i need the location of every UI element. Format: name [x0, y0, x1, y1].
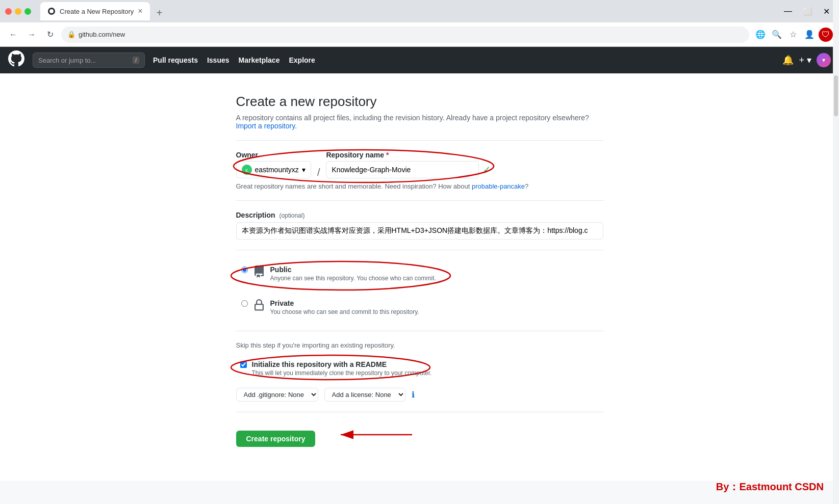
browser-titlebar: Create a New Repository × + — ⬜ ✕	[0, 0, 839, 22]
create-menu-button[interactable]: + ▾	[799, 55, 811, 66]
minimize-window-button[interactable]	[15, 8, 21, 15]
svg-point-1	[49, 9, 54, 13]
page-subtitle: A repository contains all project files,…	[236, 114, 603, 130]
close-btn[interactable]: ✕	[819, 7, 834, 16]
scrollbar[interactable]	[833, 0, 839, 481]
github-logo[interactable]	[8, 50, 24, 70]
main-content: Create a new repository A repository con…	[0, 73, 839, 481]
readme-checkbox[interactable]	[240, 361, 247, 368]
translate-btn[interactable]: 🌐	[753, 28, 768, 42]
repo-name-label: Repository name *	[326, 151, 491, 159]
forward-button[interactable]: →	[24, 28, 39, 42]
browser-addressbar: ← → ↻ 🔒 🌐 🔍 ☆ 👤 🛡	[0, 22, 839, 47]
import-link[interactable]: Import a repository.	[236, 122, 297, 130]
valid-checkmark: ✓	[483, 164, 491, 175]
notifications-icon[interactable]: 🔔	[782, 55, 794, 66]
maximize-window-button[interactable]	[24, 8, 31, 15]
tab-title: Create a New Repository	[60, 8, 134, 15]
active-tab[interactable]: Create a New Repository ×	[40, 2, 150, 20]
subtitle-text: A repository contains all project files,…	[236, 114, 589, 122]
readme-desc: This will let you immediately clone the …	[252, 369, 599, 377]
info-icon[interactable]: ℹ	[412, 390, 415, 400]
owner-label: Owner	[236, 151, 311, 159]
readme-section: Initialize this repository with a README…	[236, 356, 603, 381]
lock-icon: 🔒	[67, 31, 75, 38]
back-button[interactable]: ←	[6, 28, 20, 42]
page-title: Create a new repository	[236, 94, 603, 110]
readme-option: Initialize this repository with a README…	[236, 356, 603, 381]
description-input[interactable]	[236, 222, 603, 240]
scrollbar-thumb[interactable]	[834, 75, 838, 116]
watermark: By：Eastmount CSDN	[716, 480, 824, 481]
public-desc: Anyone can see this repository. You choo…	[270, 275, 598, 282]
extension-btn[interactable]: 🛡	[819, 28, 833, 42]
close-window-button[interactable]	[5, 8, 12, 15]
owner-avatar: E	[242, 165, 252, 175]
tab-favicon	[47, 7, 56, 15]
owner-field-group: Owner E eastmountyxz ▾	[236, 151, 311, 178]
form-container: Create a new repository A repository con…	[226, 94, 614, 447]
public-label: Public	[270, 266, 598, 274]
owner-repo-row: Owner E eastmountyxz ▾ / Repository name…	[236, 151, 603, 178]
nav-explore[interactable]: Explore	[289, 56, 315, 64]
github-navbar: / Pull requests Issues Marketplace Explo…	[0, 47, 839, 73]
browser-action-buttons: 🌐 🔍 ☆ 👤 🛡	[753, 28, 833, 42]
skip-text: Skip this step if you're importing an ex…	[236, 341, 603, 349]
window-buttons: — ⬜ ✕	[780, 7, 834, 16]
github-search-input[interactable]	[38, 57, 129, 64]
visibility-section: Public Anyone can see this repository. Y…	[236, 260, 603, 287]
user-avatar[interactable]: ▾	[817, 53, 831, 67]
bookmark-btn[interactable]: ☆	[786, 28, 800, 42]
owner-name: eastmountyxz	[255, 166, 299, 174]
public-radio[interactable]	[241, 267, 248, 273]
gitignore-select[interactable]: Add .gitignore: None	[236, 388, 318, 402]
private-option: Private You choose who can see and commi…	[236, 294, 603, 321]
create-button-area: Create repository	[236, 422, 603, 447]
svg-text:E: E	[245, 168, 248, 173]
create-repository-button[interactable]: Create repository	[236, 431, 316, 447]
zoom-btn[interactable]: 🔍	[770, 28, 784, 42]
address-bar[interactable]: 🔒	[61, 26, 749, 43]
repo-separator: /	[315, 167, 322, 178]
github-nav-links: Pull requests Issues Marketplace Explore	[153, 56, 315, 64]
divider-1	[236, 140, 603, 141]
repo-name-field-group: Repository name * ✓	[326, 151, 491, 178]
divider-2	[236, 200, 603, 201]
private-repo-icon	[253, 299, 265, 315]
name-suggestion: Great repository names are short and mem…	[236, 182, 603, 190]
url-input[interactable]	[79, 31, 743, 38]
nav-pull-requests[interactable]: Pull requests	[153, 56, 198, 64]
owner-select[interactable]: E eastmountyxz ▾	[236, 161, 311, 178]
divider-3	[236, 250, 603, 250]
owner-repo-section: Owner E eastmountyxz ▾ / Repository name…	[236, 151, 603, 178]
private-radio[interactable]	[241, 300, 248, 307]
search-shortcut: /	[133, 57, 139, 64]
description-label: Description (optional)	[236, 211, 305, 219]
github-nav-actions: 🔔 + ▾ ▾	[782, 53, 831, 67]
profile-btn[interactable]: 👤	[802, 28, 817, 42]
nav-issues[interactable]: Issues	[207, 56, 230, 64]
readme-label: Initialize this repository with a README	[252, 360, 599, 368]
suggestion-link[interactable]: probable-pancake	[472, 182, 525, 190]
tab-bar: Create a New Repository × +	[35, 2, 776, 20]
public-repo-icon	[253, 266, 265, 281]
nav-marketplace[interactable]: Marketplace	[239, 56, 280, 64]
private-desc: You choose who can see and commit to thi…	[270, 308, 598, 315]
arrow-annotation	[330, 425, 433, 445]
restore-btn[interactable]: ⬜	[799, 7, 816, 15]
divider-5	[236, 412, 603, 412]
description-optional: (optional)	[279, 212, 304, 219]
window-controls	[5, 8, 31, 15]
license-select[interactable]: Add a license: None	[324, 388, 405, 402]
refresh-button[interactable]: ↻	[43, 28, 57, 42]
required-star: *	[386, 151, 389, 159]
minimize-btn[interactable]: —	[780, 7, 796, 16]
private-label: Private	[270, 299, 598, 307]
extra-options: Add .gitignore: None Add a license: None…	[236, 388, 603, 402]
owner-dropdown-icon: ▾	[302, 166, 306, 174]
repo-name-input[interactable]	[326, 161, 479, 178]
public-option: Public Anyone can see this repository. Y…	[236, 260, 603, 287]
new-tab-button[interactable]: +	[152, 5, 167, 20]
github-search-box[interactable]: /	[33, 52, 145, 68]
tab-close-button[interactable]: ×	[138, 7, 142, 15]
